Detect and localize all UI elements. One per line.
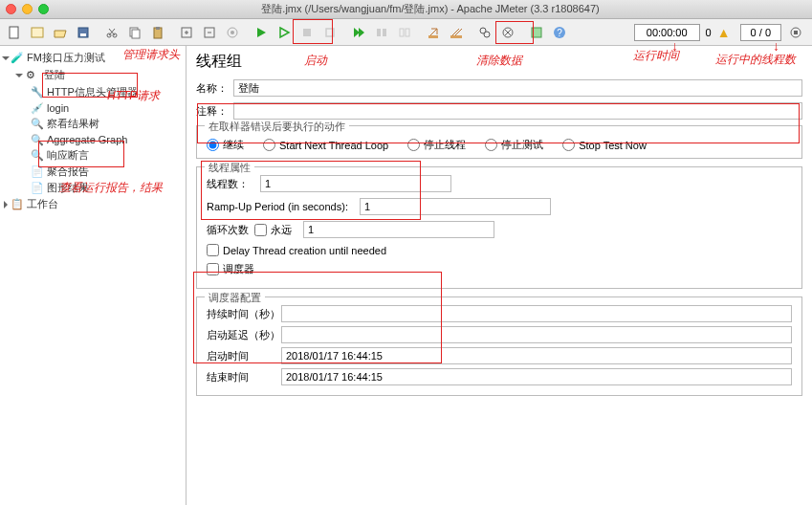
pipette-icon: 💉 bbox=[31, 101, 44, 115]
gear-icon: ⚙ bbox=[24, 69, 37, 82]
svg-rect-1 bbox=[32, 28, 43, 37]
threads-input[interactable] bbox=[260, 175, 451, 192]
start-button[interactable] bbox=[251, 22, 272, 43]
tree-item-label: 聚合报告 bbox=[47, 165, 89, 179]
tree-item-label: 察看结果树 bbox=[47, 117, 99, 131]
report-icon: 📄 bbox=[31, 182, 44, 195]
rampup-label: Ramp-Up Period (in seconds): bbox=[207, 201, 348, 212]
delay-thread-checkbox[interactable] bbox=[207, 244, 219, 256]
svg-rect-18 bbox=[400, 29, 404, 36]
sampler-error-group: 在取样器错误后要执行的动作 继续 Start Next Thread Loop … bbox=[196, 125, 802, 159]
loop-label: 循环次数 bbox=[207, 223, 249, 237]
window-maximize-button[interactable] bbox=[38, 4, 49, 14]
copy-button[interactable] bbox=[124, 22, 145, 43]
end-time-input[interactable] bbox=[281, 368, 792, 385]
duration-input[interactable] bbox=[281, 305, 792, 322]
collapse-button[interactable] bbox=[199, 22, 220, 43]
templates-button[interactable] bbox=[27, 22, 48, 43]
reset-search-button[interactable] bbox=[497, 22, 518, 43]
main-area: 🧪FM接口压力测试 ⚙登陆 🔧HTTP信息头管理器 💉login 🔍察看结果树 … bbox=[0, 46, 812, 505]
panel-heading: 线程组 bbox=[196, 52, 802, 72]
save-button[interactable] bbox=[73, 22, 94, 43]
svg-rect-15 bbox=[326, 29, 334, 36]
svg-rect-20 bbox=[428, 35, 438, 38]
tree-test-plan[interactable]: 🧪FM接口压力测试 bbox=[4, 50, 182, 66]
new-button[interactable] bbox=[4, 22, 25, 43]
start-delay-label: 启动延迟（秒） bbox=[207, 328, 281, 342]
svg-rect-14 bbox=[303, 29, 311, 36]
name-label: 名称： bbox=[196, 81, 228, 96]
magnifier-icon: 🔍 bbox=[31, 118, 44, 131]
clear-all-button[interactable] bbox=[446, 22, 467, 43]
magnifier-icon: 🔍 bbox=[31, 133, 44, 146]
search-button[interactable] bbox=[474, 22, 495, 43]
window-title: 登陆.jmx (/Users/wangjuan/fm/登陆.jmx) - Apa… bbox=[55, 2, 806, 16]
svg-rect-16 bbox=[377, 29, 381, 36]
comment-input[interactable] bbox=[233, 102, 802, 120]
rampup-input[interactable] bbox=[360, 198, 551, 215]
forever-label: 永远 bbox=[271, 223, 292, 237]
paste-button[interactable] bbox=[147, 22, 168, 43]
start-time-label: 启动时间 bbox=[207, 349, 281, 363]
start-delay-input[interactable] bbox=[281, 326, 792, 343]
radio-continue[interactable]: 继续 bbox=[207, 138, 244, 152]
tree-item-label: HTTP信息头管理器 bbox=[47, 85, 138, 99]
tree-item-assertion[interactable]: 🔍响应断言 bbox=[4, 147, 182, 164]
open-button[interactable] bbox=[50, 22, 71, 43]
svg-rect-19 bbox=[406, 29, 409, 36]
tree-item-login[interactable]: 💉login bbox=[4, 100, 182, 116]
warning-icon: ▲ bbox=[717, 25, 731, 40]
tree-item-label: Aggregate Graph bbox=[47, 134, 127, 145]
radio-stop-now[interactable]: Stop Test Now bbox=[562, 139, 647, 151]
tree-item-label: login bbox=[47, 102, 69, 114]
svg-point-23 bbox=[484, 32, 490, 37]
window-minimize-button[interactable] bbox=[22, 4, 33, 14]
report-icon: 📄 bbox=[31, 165, 44, 179]
flask-icon: 🧪 bbox=[11, 52, 24, 65]
tree-item-aggregate-graph[interactable]: 🔍Aggregate Graph bbox=[4, 132, 182, 147]
svg-rect-0 bbox=[10, 27, 18, 38]
tree-workbench-label: 工作台 bbox=[27, 197, 58, 211]
expand-button[interactable] bbox=[176, 22, 197, 43]
stop-button[interactable] bbox=[296, 22, 318, 43]
shutdown-button[interactable] bbox=[319, 22, 340, 43]
threads-label: 线程数： bbox=[207, 177, 249, 191]
start-no-timers-button[interactable] bbox=[274, 22, 295, 43]
tree-thread-group[interactable]: ⚙登陆 bbox=[4, 66, 182, 84]
scheduler-config-group: 调度器配置 持续时间（秒） 启动延迟（秒） 启动时间 结束时间 bbox=[196, 296, 802, 396]
radio-stop-test[interactable]: 停止测试 bbox=[485, 138, 543, 152]
clear-button[interactable] bbox=[423, 22, 444, 43]
svg-rect-9 bbox=[156, 27, 160, 30]
tree-item-graph-results[interactable]: 📄图形结果 bbox=[4, 180, 182, 196]
remote-shutdown-button[interactable] bbox=[394, 22, 415, 43]
thread-count: 0 / 0 bbox=[740, 24, 781, 41]
expand-collapse-icon[interactable] bbox=[785, 22, 806, 43]
tree-item-view-results[interactable]: 🔍察看结果树 bbox=[4, 116, 182, 132]
thread-group-panel: 线程组 名称： 注释： 在取样器错误后要执行的动作 继续 Start Next … bbox=[187, 46, 812, 505]
cut-button[interactable] bbox=[101, 22, 122, 43]
window-close-button[interactable] bbox=[6, 4, 16, 14]
radio-stop-thread[interactable]: 停止线程 bbox=[407, 138, 466, 152]
tree-item-header-manager[interactable]: 🔧HTTP信息头管理器 bbox=[4, 84, 182, 100]
tree-item-aggregate-report[interactable]: 📄聚合报告 bbox=[4, 164, 182, 180]
elapsed-time: 00:00:00 bbox=[634, 24, 700, 41]
remote-stop-button[interactable] bbox=[371, 22, 392, 43]
toggle-button[interactable] bbox=[222, 22, 243, 43]
scheduler-legend: 调度器配置 bbox=[205, 291, 265, 305]
tree-plan-label: FM接口压力测试 bbox=[27, 51, 105, 65]
magnifier-icon: 🔍 bbox=[31, 149, 44, 163]
comment-label: 注释： bbox=[196, 104, 228, 119]
test-plan-tree[interactable]: 🧪FM接口压力测试 ⚙登陆 🔧HTTP信息头管理器 💉login 🔍察看结果树 … bbox=[0, 46, 187, 505]
tree-workbench[interactable]: 📋工作台 bbox=[4, 196, 182, 212]
start-time-input[interactable] bbox=[281, 347, 792, 364]
remote-start-button[interactable] bbox=[348, 22, 369, 43]
forever-checkbox[interactable] bbox=[254, 224, 267, 236]
help-button[interactable]: ? bbox=[549, 22, 570, 43]
thread-props-legend: 线程属性 bbox=[205, 161, 254, 175]
scheduler-checkbox[interactable] bbox=[207, 263, 219, 275]
radio-start-next[interactable]: Start Next Thread Loop bbox=[263, 139, 388, 151]
name-input[interactable] bbox=[233, 79, 802, 97]
function-helper-button[interactable] bbox=[526, 22, 547, 43]
loop-input[interactable] bbox=[303, 221, 494, 238]
duration-label: 持续时间（秒） bbox=[207, 307, 281, 321]
